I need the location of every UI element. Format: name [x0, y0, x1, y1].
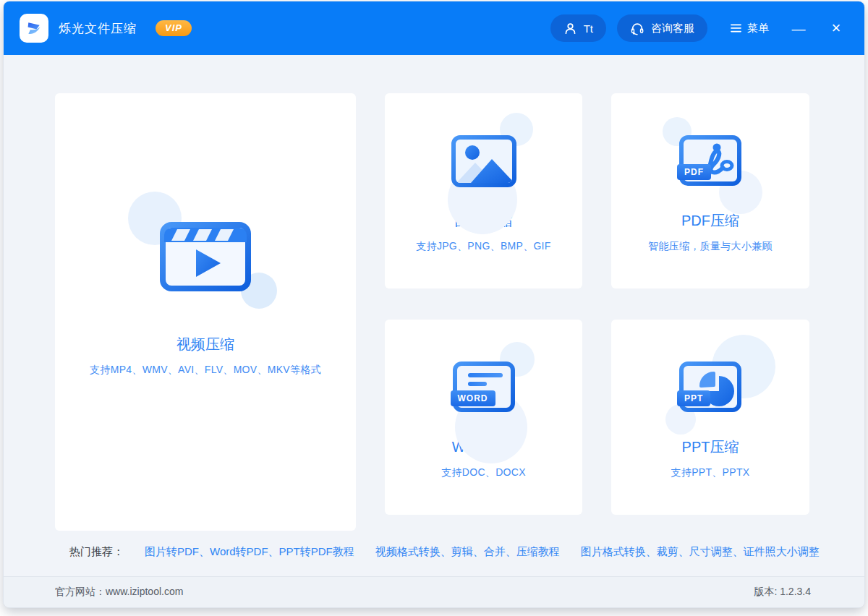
recommend-link-video-tutorials[interactable]: 视频格式转换、剪辑、合并、压缩教程: [375, 545, 560, 559]
cards-column-middle: 图片压缩 支持JPG、PNG、BMP、GIF: [385, 93, 582, 531]
pdf-format-badge: PDF: [677, 164, 711, 180]
card-word-compress[interactable]: WORD Word压缩 支持DOC、DOCX: [385, 320, 582, 515]
app-title: 烁光文件压缩: [59, 20, 137, 37]
menu-label: 菜单: [747, 22, 769, 35]
main-area: 视频压缩 支持MP4、WMV、AVI、FLV、MOV、MKV等格式: [4, 55, 864, 576]
feature-cards: 视频压缩 支持MP4、WMV、AVI、FLV、MOV、MKV等格式: [55, 93, 864, 531]
pdf-document-icon: [677, 133, 744, 189]
card-subtitle: 支持MP4、WMV、AVI、FLV、MOV、MKV等格式: [55, 364, 356, 377]
word-document-icon: [451, 359, 517, 416]
card-ppt-compress[interactable]: PPT PPT压缩 支持PPT、PPTX: [611, 320, 809, 515]
video-clapper-icon: [151, 221, 260, 293]
image-icon-wrap: [451, 133, 517, 189]
card-subtitle: 支持DOC、DOCX: [385, 466, 582, 479]
hamburger-icon: [731, 24, 741, 33]
footer: 官方网站：www.iziptool.com 版本: 1.2.3.4: [4, 576, 864, 607]
card-subtitle: 智能压缩，质量与大小兼顾: [611, 240, 809, 253]
hot-recommend-row: 热门推荐： 图片转PDF、Word转PDF、PPT转PDF教程 视频格式转换、剪…: [55, 545, 864, 559]
card-title: PDF压缩: [611, 211, 809, 231]
support-button[interactable]: 咨询客服: [617, 14, 707, 42]
hot-recommend-label: 热门推荐：: [69, 545, 124, 559]
recommend-link-pdf-tutorials[interactable]: 图片转PDF、Word转PDF、PPT转PDF教程: [145, 545, 354, 559]
card-image-compress[interactable]: 图片压缩 支持JPG、PNG、BMP、GIF: [385, 93, 582, 288]
titlebar: 烁光文件压缩 VIP Tt 咨询客服: [4, 1, 864, 55]
cards-column-right: PDF PDF压缩 智能压缩，质量与大小兼顾: [611, 93, 809, 531]
video-icon-wrap: [151, 221, 260, 293]
word-icon-wrap: WORD: [451, 359, 517, 416]
pdf-icon-wrap: PDF: [677, 133, 744, 189]
card-subtitle: 支持PPT、PPTX: [611, 466, 809, 479]
minimize-button[interactable]: —: [791, 22, 807, 35]
official-website[interactable]: 官方网站：www.iziptool.com: [55, 586, 183, 599]
close-button[interactable]: ×: [828, 20, 844, 36]
card-title: 视频压缩: [55, 335, 356, 354]
ppt-piechart-icon: [677, 359, 744, 416]
version-label: 版本: 1.2.3.4: [754, 586, 811, 599]
recommend-link-image-tutorials[interactable]: 图片格式转换、裁剪、尺寸调整、证件照大小调整: [581, 545, 820, 559]
headset-icon: [630, 22, 644, 35]
photo-icon: [451, 133, 517, 189]
app-logo-icon: [20, 14, 48, 43]
card-subtitle: 支持JPG、PNG、BMP、GIF: [385, 240, 582, 253]
word-format-badge: WORD: [451, 390, 495, 406]
card-title: PPT压缩: [611, 437, 809, 457]
account-button[interactable]: Tt: [550, 14, 606, 42]
account-label: Tt: [584, 22, 593, 35]
card-video-compress[interactable]: 视频压缩 支持MP4、WMV、AVI、FLV、MOV、MKV等格式: [55, 93, 356, 531]
app-window: 烁光文件压缩 VIP Tt 咨询客服: [4, 1, 864, 607]
ppt-format-badge: PPT: [677, 390, 710, 406]
vip-badge[interactable]: VIP: [156, 20, 192, 36]
menu-button[interactable]: 菜单: [731, 22, 769, 35]
ppt-icon-wrap: PPT: [677, 359, 744, 416]
user-icon: [563, 22, 577, 35]
card-pdf-compress[interactable]: PDF PDF压缩 智能压缩，质量与大小兼顾: [611, 93, 809, 288]
support-label: 咨询客服: [651, 22, 694, 35]
